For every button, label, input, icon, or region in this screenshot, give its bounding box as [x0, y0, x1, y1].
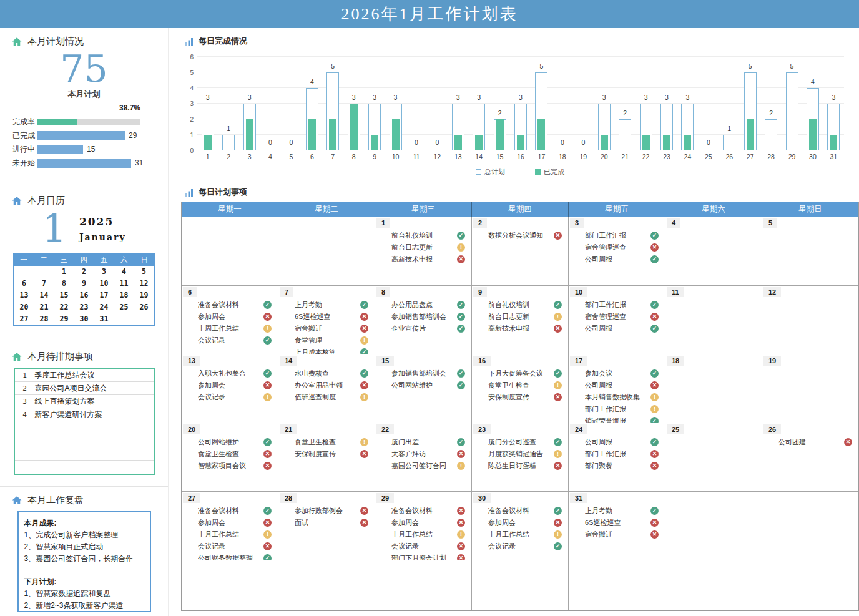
- mini-calendar-day[interactable]: 10: [94, 278, 114, 290]
- schedule-day-cell-13[interactable]: 13入职大礼包整合✓参加周会✕会议记录!: [182, 354, 278, 423]
- chart-x-tick-label: 28: [760, 153, 781, 163]
- mini-calendar-day[interactable]: 25: [114, 301, 134, 313]
- mini-calendar-day[interactable]: 31: [94, 313, 114, 325]
- schedule-day-cell-27[interactable]: 27准备会议材料✓参加周会✕上月工作总结!会议记录✕公司财务数据整理✓: [182, 492, 278, 560]
- bar-value-label: 0: [581, 139, 585, 146]
- task-row: 值班巡查制度!: [278, 391, 375, 403]
- mini-calendar-day[interactable]: 13: [14, 290, 34, 301]
- schedule-day-cell-19[interactable]: 19: [762, 354, 858, 423]
- task-text: 前台日志更新: [391, 243, 433, 252]
- mini-calendar-day[interactable]: 1: [54, 266, 74, 278]
- schedule-day-cell-17[interactable]: 17参加会议✓公司周报✕本月销售数据收集!部门工作汇报!销冠荣誉海报✓: [569, 354, 665, 423]
- schedule-day-cell-24[interactable]: 24公司周报✓部门工作汇报✕部门聚餐✕: [569, 423, 665, 491]
- check-circle-icon: ✓: [457, 438, 465, 446]
- task-text: 6S巡检巡查: [295, 312, 330, 321]
- mini-calendar-day[interactable]: 21: [34, 301, 54, 313]
- schedule-empty-cell[interactable]: [665, 560, 762, 610]
- schedule-empty-cell[interactable]: [182, 217, 278, 285]
- bar-value-label: 0: [561, 139, 564, 146]
- schedule-day-cell-10[interactable]: 10部门工作汇报✓宿舍管理巡查✕公司周报✓: [569, 286, 665, 354]
- mini-calendar-day[interactable]: 5: [134, 266, 154, 278]
- schedule-day-cell-11[interactable]: 11: [665, 286, 762, 354]
- pending-item-row[interactable]: 2嘉园公司A项目交流会: [15, 382, 154, 395]
- completed-bar: [475, 135, 483, 150]
- schedule-week-row: [182, 560, 858, 610]
- mini-calendar-day[interactable]: 8: [54, 278, 74, 290]
- mini-calendar-day[interactable]: 26: [134, 301, 154, 313]
- schedule-empty-cell[interactable]: [762, 560, 858, 610]
- schedule-empty-cell[interactable]: [375, 560, 472, 610]
- mini-calendar-day[interactable]: 2: [74, 266, 94, 278]
- schedule-day-cell-16[interactable]: 16下月大促筹备会议✓食堂卫生检查!安保制度宣传✕: [472, 354, 569, 423]
- pending-item-row[interactable]: [15, 461, 154, 474]
- schedule-day-cell-2[interactable]: 2数据分析会议通知✕: [472, 217, 569, 285]
- schedule-day-cell-28[interactable]: 28参加行政部例会✕面试✕: [278, 492, 375, 560]
- mini-calendar-day[interactable]: 18: [114, 290, 134, 301]
- schedule-day-cell-1[interactable]: 1前台礼仪培训✓前台日志更新!高新技术申报✕: [375, 217, 472, 285]
- mini-calendar-day[interactable]: 17: [94, 290, 114, 301]
- schedule-day-cell-8[interactable]: 8办公用品盘点✓参加销售部培训会✓企业宣传片✓: [375, 286, 472, 354]
- pending-item-row[interactable]: [15, 421, 154, 434]
- schedule-day-cell-14[interactable]: 14水电费核查✓办公室用品申领✕值班巡查制度!: [278, 354, 375, 423]
- pending-item-row[interactable]: 3线上直播策划方案: [15, 395, 154, 408]
- mini-calendar-day[interactable]: 11: [114, 278, 134, 290]
- task-text: 参加销售部培训会: [391, 312, 446, 321]
- pending-item-row[interactable]: 1季度工作总结会议: [15, 369, 154, 382]
- mini-calendar-day[interactable]: 16: [74, 290, 94, 301]
- pending-item-row[interactable]: 4新客户渠道研讨方案: [15, 408, 154, 421]
- schedule-day-cell-20[interactable]: 20公司网站维护✓食堂卫生检查✕智慧家项目会议✕: [182, 423, 278, 491]
- task-row: 企业宣传片✓: [375, 323, 471, 335]
- schedule-empty-cell[interactable]: [569, 560, 665, 610]
- schedule-day-cell-4[interactable]: 4: [665, 217, 762, 285]
- mini-calendar-day[interactable]: 9: [74, 278, 94, 290]
- schedule-day-cell-25[interactable]: 25: [665, 423, 762, 491]
- mini-calendar-day[interactable]: 14: [34, 290, 54, 301]
- mini-calendar-day[interactable]: 28: [34, 313, 54, 325]
- mini-calendar-day[interactable]: 19: [134, 290, 154, 301]
- schedule-day-cell-18[interactable]: 18: [665, 354, 762, 423]
- schedule-day-cell-31[interactable]: 31上月考勤✓6S巡检巡查✕宿舍搬迁✕: [569, 492, 665, 560]
- task-row: 宿舍搬迁✕: [278, 323, 375, 335]
- mini-calendar-day[interactable]: 12: [134, 278, 154, 290]
- schedule-day-cell-15[interactable]: 15参加销售部培训会✓公司网站维护✓: [375, 354, 472, 423]
- mini-calendar-day[interactable]: 29: [54, 313, 74, 325]
- weekday-label: 日: [134, 254, 154, 266]
- schedule-day-cell-23[interactable]: 23厦门分公司巡查✓月度获奖销冠通告!陈总生日订蛋糕✕: [472, 423, 569, 491]
- schedule-day-cell-21[interactable]: 21食堂卫生检查!安保制度宣传✕: [278, 423, 375, 491]
- month-review-box[interactable]: 本月成果:1、完成公司新客户档案整理2、智慧家项目正式启动3、嘉园公司签订合同，…: [17, 511, 151, 612]
- chart-bar-group: 1: [218, 57, 238, 150]
- schedule-empty-cell[interactable]: [665, 492, 762, 560]
- mini-calendar-day[interactable]: 27: [14, 313, 34, 325]
- schedule-day-cell-22[interactable]: 22厦门出差✓大客户拜访✕嘉园公司签订合同!: [375, 423, 472, 491]
- schedule-day-cell-26[interactable]: 26公司团建✕: [762, 423, 858, 491]
- chart-x-tick-label: 13: [448, 153, 468, 163]
- schedule-empty-cell[interactable]: [278, 560, 375, 610]
- schedule-day-cell-29[interactable]: 29准备会议材料✕参加周会✕上月工作总结!会议记录✕部门下月资金计划✕: [375, 492, 472, 560]
- mini-calendar-day[interactable]: 15: [54, 290, 74, 301]
- pending-item-row[interactable]: [15, 447, 154, 461]
- task-text: 数据分析会议通知: [488, 231, 543, 240]
- schedule-empty-cell[interactable]: [182, 560, 278, 610]
- mini-calendar-day[interactable]: 7: [34, 278, 54, 290]
- cross-circle-icon: ✕: [263, 519, 272, 527]
- mini-calendar-day[interactable]: 24: [94, 301, 114, 313]
- schedule-day-cell-6[interactable]: 6准备会议材料✓参加周会✕上周工作总结!会议记录✓: [182, 286, 278, 354]
- schedule-day-cell-9[interactable]: 9前台礼仪培训✓前台日志更新!高新技术申报✕: [472, 286, 569, 354]
- mini-calendar-day[interactable]: 22: [54, 301, 74, 313]
- schedule-day-cell-7[interactable]: 7上月考勤✓6S巡检巡查✕宿舍搬迁✕食堂管理!上月成本核算✓: [278, 286, 375, 354]
- schedule-day-cell-12[interactable]: 12: [762, 286, 858, 354]
- mini-calendar-day[interactable]: 30: [74, 313, 94, 325]
- schedule-day-cell-5[interactable]: 5: [762, 217, 858, 285]
- schedule-day-cell-3[interactable]: 3部门工作汇报✓宿舍管理巡查✕公司周报✓: [569, 217, 665, 285]
- pending-item-row[interactable]: [15, 434, 154, 447]
- mini-calendar-day[interactable]: 20: [14, 301, 34, 313]
- schedule-day-cell-30[interactable]: 30准备会议材料✓参加周会✕上月工作总结!会议记录✓: [472, 492, 569, 560]
- schedule-empty-cell[interactable]: [762, 492, 858, 560]
- schedule-empty-cell[interactable]: [472, 560, 569, 610]
- schedule-empty-cell[interactable]: [278, 217, 375, 285]
- mini-calendar-day[interactable]: 23: [74, 301, 94, 313]
- home-icon: [11, 195, 22, 207]
- mini-calendar-day[interactable]: 4: [114, 266, 134, 278]
- mini-calendar-day[interactable]: 3: [94, 266, 114, 278]
- mini-calendar-day[interactable]: 6: [14, 278, 34, 290]
